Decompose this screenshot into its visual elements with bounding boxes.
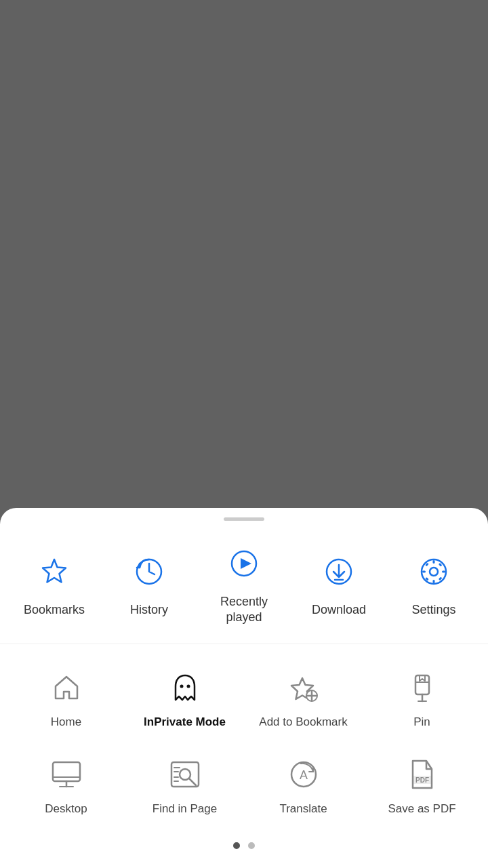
pagination-dots	[0, 829, 488, 868]
divider	[0, 644, 488, 644]
svg-text:A: A	[299, 768, 307, 782]
desktop-action[interactable]: Desktop	[7, 742, 125, 829]
secondary-actions-grid: Home InPrivate Mode	[0, 655, 488, 829]
find-action[interactable]: Find in Page	[125, 742, 244, 829]
history-icon	[125, 548, 173, 595]
save-pdf-action[interactable]: PDF Save as PDF	[363, 742, 481, 829]
translate-icon: A	[283, 754, 324, 795]
pdf-icon: PDF	[402, 754, 443, 795]
svg-rect-10	[442, 570, 445, 572]
download-action[interactable]: Download	[298, 548, 380, 618]
svg-line-34	[189, 778, 196, 785]
svg-rect-24	[53, 762, 80, 781]
main-actions-row: Bookmarks History Recently	[0, 521, 488, 633]
find-icon	[165, 754, 205, 795]
svg-rect-8	[433, 580, 435, 583]
translate-label: Translate	[279, 802, 327, 816]
svg-point-15	[180, 684, 183, 688]
browser-background	[0, 0, 488, 434]
download-label: Download	[312, 602, 366, 618]
translate-action[interactable]: A Translate	[244, 742, 363, 829]
settings-label: Settings	[411, 602, 455, 618]
home-action[interactable]: Home	[7, 655, 125, 742]
recently-played-action[interactable]: Recently played	[203, 540, 285, 626]
svg-rect-9	[422, 570, 426, 572]
add-bookmark-label: Add to Bookmark	[259, 715, 347, 730]
history-label: History	[130, 602, 168, 618]
dot-1	[233, 842, 240, 849]
svg-point-5	[430, 568, 438, 576]
desktop-icon	[46, 754, 87, 795]
bookmark-star-icon	[30, 548, 78, 595]
download-icon	[315, 548, 363, 595]
bottom-sheet: Bookmarks History Recently	[0, 508, 488, 868]
bookmarks-action[interactable]: Bookmarks	[14, 548, 95, 618]
home-label: Home	[51, 715, 81, 730]
settings-action[interactable]: Settings	[393, 548, 474, 618]
add-bookmark-action[interactable]: Add to Bookmark	[244, 655, 363, 742]
pin-action[interactable]: Pin	[363, 655, 481, 742]
pin-icon	[402, 667, 443, 708]
find-label: Find in Page	[152, 802, 217, 816]
bookmarks-label: Bookmarks	[24, 602, 85, 618]
inprivate-action[interactable]: InPrivate Mode	[125, 655, 244, 742]
history-action[interactable]: History	[108, 548, 190, 618]
svg-point-16	[186, 684, 190, 688]
pin-label: Pin	[413, 715, 430, 730]
svg-marker-2	[241, 558, 251, 569]
save-pdf-label: Save as PDF	[388, 802, 455, 816]
svg-text:PDF: PDF	[415, 776, 429, 784]
inprivate-label: InPrivate Mode	[144, 715, 226, 730]
add-bookmark-icon	[283, 667, 324, 708]
inprivate-icon	[165, 667, 205, 708]
home-icon	[46, 667, 87, 708]
svg-rect-7	[433, 560, 435, 564]
dot-2	[248, 842, 255, 849]
recently-played-icon	[220, 540, 268, 587]
settings-icon	[410, 548, 458, 595]
desktop-label: Desktop	[45, 802, 87, 816]
recently-played-label: Recently played	[203, 594, 285, 626]
